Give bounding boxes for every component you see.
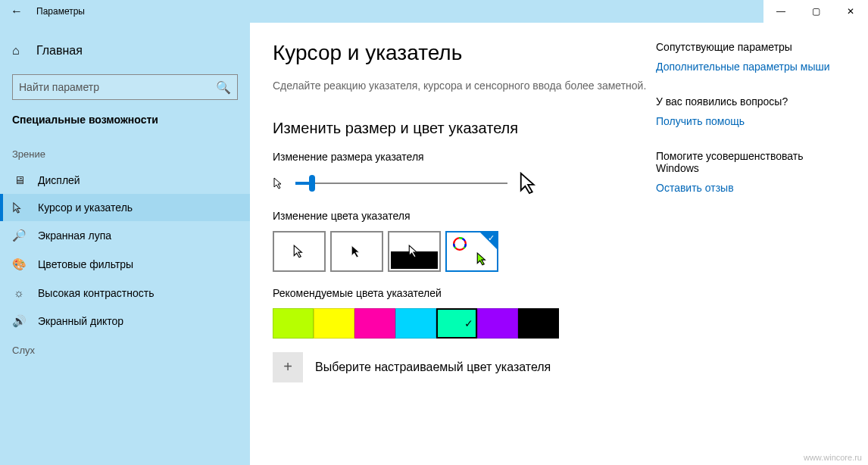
pointer-style-inverted[interactable] — [388, 231, 441, 272]
pointer-style-black[interactable] — [330, 231, 383, 272]
right-column: Сопутствующие параметры Дополнительные п… — [648, 41, 845, 465]
page-description: Сделайте реакцию указателя, курсора и се… — [273, 79, 648, 94]
display-icon: 🖥 — [12, 173, 26, 186]
pointer-style-custom[interactable]: ✓ — [445, 231, 498, 272]
check-icon: ✓ — [488, 233, 495, 243]
pointer-color-label: Изменение цвета указателя — [273, 210, 648, 222]
sidebar-item-label: Экранная лупа — [38, 229, 111, 242]
narrator-icon: 🔊 — [12, 314, 26, 328]
color-swatch[interactable] — [477, 308, 518, 339]
add-custom-color-button[interactable]: + — [273, 352, 303, 382]
back-button[interactable]: ← — [0, 5, 33, 18]
related-mouse-link[interactable]: Дополнительные параметры мыши — [656, 61, 845, 73]
custom-color-label: Выберите настраиваемый цвет указателя — [315, 360, 551, 374]
pointer-size-label: Изменение размера указателя — [273, 151, 648, 163]
color-swatch[interactable] — [395, 308, 436, 339]
color-swatch[interactable] — [354, 308, 395, 339]
watermark: www.wincore.ru — [804, 453, 862, 462]
check-icon: ✓ — [464, 317, 473, 329]
cursor-small-icon — [273, 177, 285, 189]
section-heading: Изменить размер и цвет указателя — [273, 120, 648, 137]
sidebar-item-narrator[interactable]: 🔊 Экранный диктор — [0, 307, 250, 335]
sidebar-item-magnifier[interactable]: 🔎 Экранная лупа — [0, 221, 250, 250]
sidebar-item-label: Цветовые фильтры — [38, 258, 133, 270]
search-icon: 🔍 — [216, 80, 231, 95]
close-button[interactable]: ✕ — [833, 0, 868, 23]
sidebar-item-contrast[interactable]: ☼ Высокая контрастность — [0, 279, 250, 307]
improve-heading: Помогите усовершенствовать Windows — [656, 150, 845, 174]
cursor-icon — [12, 202, 26, 214]
sidebar-group-vision: Зрение — [0, 139, 250, 166]
sidebar-item-label: Дисплей — [38, 174, 80, 186]
sidebar-home[interactable]: ⌂ Главная — [0, 38, 250, 64]
search-box[interactable]: 🔍 — [12, 74, 238, 100]
sidebar: ⌂ Главная 🔍 Специальные возможности Зрен… — [0, 23, 250, 465]
get-help-link[interactable]: Получить помощь — [656, 115, 845, 127]
pointer-size-slider[interactable] — [295, 174, 507, 192]
home-icon: ⌂ — [12, 44, 24, 58]
window-title: Параметры — [36, 6, 85, 17]
pointer-style-white[interactable] — [273, 231, 326, 272]
sidebar-home-label: Главная — [36, 44, 83, 58]
color-swatch[interactable] — [518, 308, 559, 339]
color-swatch[interactable]: ✓ — [436, 308, 477, 339]
magnifier-icon: 🔎 — [12, 229, 26, 242]
sidebar-item-color-filters[interactable]: 🎨 Цветовые фильтры — [0, 250, 250, 279]
cursor-large-icon — [518, 172, 541, 195]
sidebar-item-label: Экранный диктор — [38, 315, 123, 327]
questions-heading: У вас появились вопросы? — [656, 95, 845, 108]
page-title: Курсор и указатель — [273, 41, 648, 65]
main-content: Курсор и указатель Сделайте реакцию указ… — [273, 41, 648, 465]
sidebar-item-display[interactable]: 🖥 Дисплей — [0, 166, 250, 194]
sidebar-item-label: Высокая контрастность — [38, 287, 154, 299]
sidebar-item-label: Курсор и указатель — [38, 201, 133, 214]
feedback-link[interactable]: Оставить отзыв — [656, 182, 845, 194]
sidebar-item-cursor[interactable]: Курсор и указатель — [0, 194, 250, 221]
contrast-icon: ☼ — [12, 286, 26, 299]
sidebar-section-heading: Специальные возможности — [0, 114, 250, 139]
recommended-colors-label: Рекомендуемые цвета указателей — [273, 287, 648, 299]
color-swatch[interactable] — [314, 308, 354, 339]
color-swatch[interactable] — [273, 308, 314, 339]
related-heading: Сопутствующие параметры — [656, 41, 845, 53]
palette-icon: 🎨 — [12, 257, 26, 271]
sidebar-group-hearing: Слух — [0, 335, 250, 362]
maximize-button[interactable]: ▢ — [798, 0, 833, 23]
search-input[interactable] — [19, 81, 216, 93]
minimize-button[interactable]: — — [763, 0, 798, 23]
